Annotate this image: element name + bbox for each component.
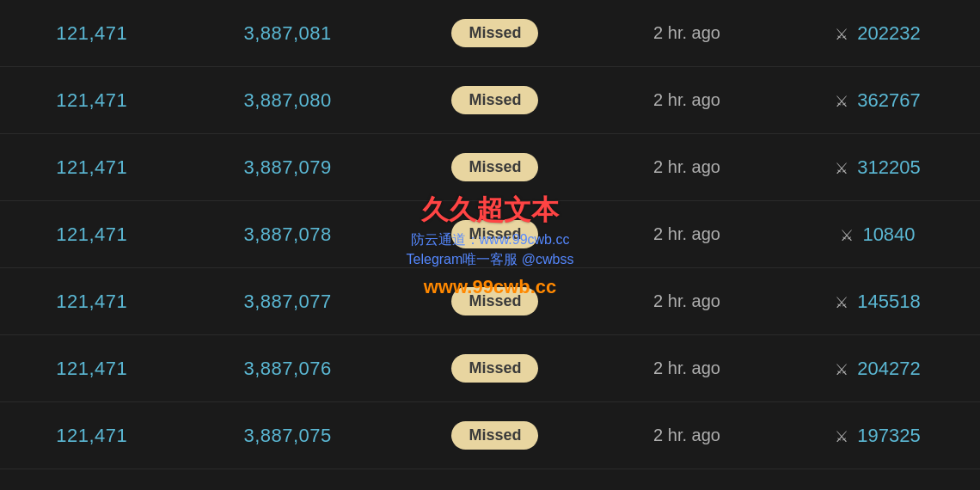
table-row: 121,471 3,887,078 Missed 2 hr. ago ⚔ 108… [0,201,980,268]
data-table: 121,471 3,887,081 Missed 2 hr. ago ⚔ 202… [0,0,980,490]
cell-col1: 121,471 [0,201,183,268]
missed-badge: Missed [451,153,538,181]
cell-status: Missed [392,0,598,67]
cell-time: 2 hr. ago [598,201,775,268]
table-row: 121,471 3,887,077 Missed 2 hr. ago ⚔ 145… [0,268,980,335]
cell-col1: 121,471 [0,67,183,134]
cell-status: Missed [392,201,598,268]
cell-col1: 121,471 [0,335,183,402]
person-icon: ⚔ [840,227,854,244]
cell-status: Missed [392,335,598,402]
cell-time: 2 hr. ago [598,268,775,335]
missed-badge: Missed [451,220,538,248]
table-row: 121,471 3,887,079 Missed 2 hr. ago ⚔ 312… [0,134,980,201]
table-row: 121,471 3,887,075 Missed 2 hr. ago ⚔ 197… [0,402,980,469]
person-icon: ⚔ [835,361,848,378]
cell-col2: 3,887,080 [183,67,391,134]
missed-badge: Missed [451,19,538,47]
cell-value: ⚔ 10840 [775,201,980,268]
table-row: 121,471 3,887,076 Missed 2 hr. ago ⚔ 204… [0,335,980,402]
cell-col2: 3,887,081 [183,0,391,67]
cell-value: ⚔ 204272 [775,335,980,402]
cell-value: ⚔ 362767 [775,67,980,134]
cell-time: 2 hr. ago [598,335,775,402]
cell-col1: 121,471 [0,402,183,469]
table-row: 121,471 3,887,081 Missed 2 hr. ago ⚔ 202… [0,0,980,67]
missed-badge: Missed [451,421,538,450]
person-icon: ⚔ [835,93,848,110]
cell-time: 2 hr. ago [598,0,775,67]
cell-status: Missed [392,268,598,335]
cell-value: ⚔ 145518 [775,268,980,335]
cell-status: Missed [392,402,598,469]
cell-time: 2 hr. ago [598,67,775,134]
cell-col2: 3,887,075 [183,402,391,469]
person-icon: ⚔ [835,160,848,177]
person-icon: ⚔ [835,26,848,43]
person-icon: ⚔ [835,428,848,445]
cell-value: ⚔ 202232 [775,0,980,67]
cell-status: Missed [392,67,598,134]
person-icon: ⚔ [835,294,848,311]
missed-badge: Missed [451,354,538,383]
cell-value: ⚔ 197325 [775,402,980,469]
cell-value: ⚔ 312205 [775,134,980,201]
cell-col1: 121,471 [0,268,183,335]
missed-badge: Missed [451,287,538,315]
cell-col1: 121,471 [0,134,183,201]
cell-col2: 3,887,079 [183,134,391,201]
cell-status: Missed [392,134,598,201]
missed-badge: Missed [451,86,538,114]
table-row: 121,471 3,887,080 Missed 2 hr. ago ⚔ 362… [0,67,980,134]
cell-col2: 3,887,076 [183,335,391,402]
cell-col2: 3,887,078 [183,201,391,268]
cell-col1: 121,471 [0,0,183,67]
cell-time: 2 hr. ago [598,134,775,201]
cell-time: 2 hr. ago [598,402,775,469]
cell-col2: 3,887,077 [183,268,391,335]
